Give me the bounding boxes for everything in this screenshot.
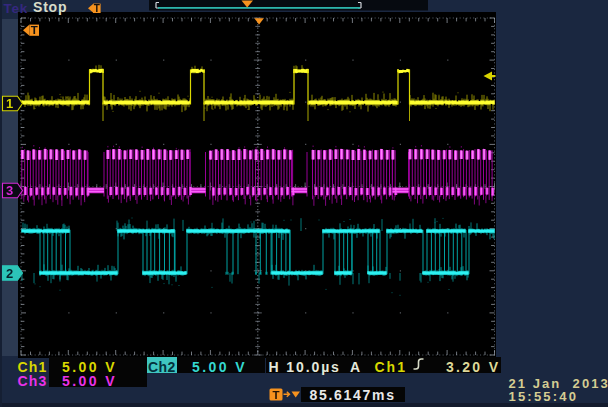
- svg-text:T: T: [272, 389, 279, 401]
- svg-text:2: 2: [6, 266, 13, 281]
- svg-text:T: T: [94, 3, 100, 14]
- svg-text:1: 1: [6, 96, 13, 111]
- svg-text:3: 3: [6, 183, 13, 198]
- svg-text:T: T: [31, 24, 38, 36]
